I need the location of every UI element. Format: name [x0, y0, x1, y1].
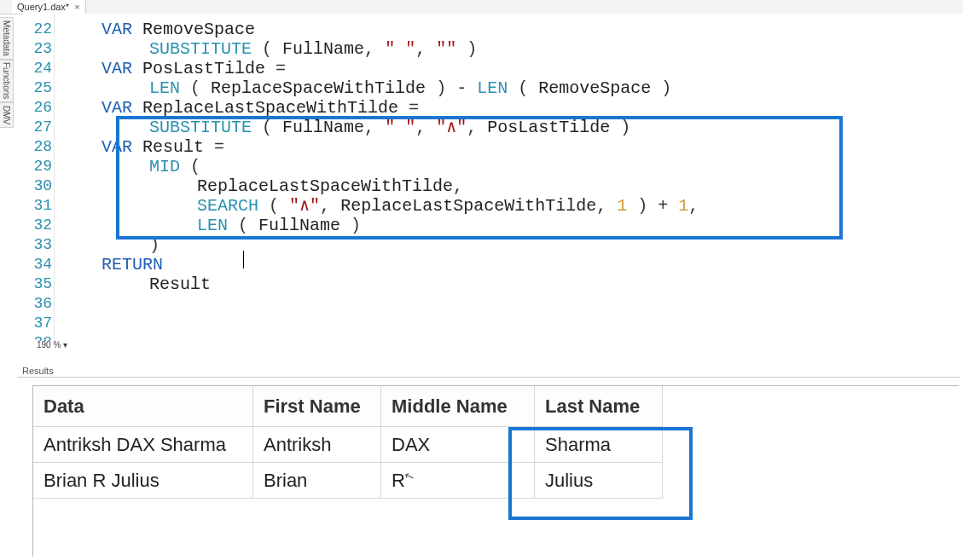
code-line[interactable]: ): [149, 235, 160, 255]
tab-title: Query1.dax*: [17, 2, 69, 12]
table-cell[interactable]: Brian: [253, 463, 381, 499]
results-divider: [17, 377, 960, 378]
line-number: 22: [23, 20, 52, 39]
side-tab-dmv-label: DMV: [2, 106, 11, 124]
side-tab-strip: Metadata Functions DMV: [0, 14, 14, 341]
code-line[interactable]: LEN ( ReplaceSpaceWithTilde ) - LEN ( Re…: [149, 78, 671, 98]
side-tab-functions-label: Functions: [2, 62, 11, 99]
code-area[interactable]: VAR RemoveSpaceSUBSTITUTE ( FullName, " …: [54, 14, 963, 341]
file-tab-query1[interactable]: Query1.dax* ×: [12, 0, 86, 14]
line-number: 24: [23, 59, 52, 78]
table-cell[interactable]: Antriksh: [253, 427, 381, 463]
code-line[interactable]: LEN ( FullName ): [197, 216, 361, 235]
line-number-gutter: 2223242526272829303132333435363738: [23, 14, 55, 341]
column-header-data[interactable]: Data: [33, 386, 253, 427]
column-header-middle-name[interactable]: Middle Name: [381, 386, 535, 427]
code-line[interactable]: VAR ReplaceLastSpaceWithTilde =: [102, 98, 419, 118]
line-number: 26: [23, 98, 52, 118]
code-line[interactable]: SUBSTITUTE ( FullName, " ", "" ): [149, 39, 477, 59]
line-number: 36: [23, 294, 52, 314]
line-number: 27: [23, 118, 52, 137]
zoom-level[interactable]: 190 % ▾: [37, 340, 67, 349]
line-number: 31: [23, 196, 52, 216]
code-line[interactable]: VAR PosLastTilde =: [102, 59, 286, 78]
table-cell[interactable]: R: [381, 463, 535, 499]
side-tab-functions[interactable]: Functions: [0, 60, 14, 102]
side-tab-metadata-label: Metadata: [2, 20, 11, 56]
table-cell[interactable]: DAX: [381, 427, 535, 463]
side-tab-dmv[interactable]: DMV: [0, 102, 14, 128]
column-header-last-name[interactable]: Last Name: [535, 386, 663, 427]
code-line[interactable]: VAR Result =: [102, 137, 224, 157]
results-panel-title: Results: [22, 366, 54, 376]
results-grid[interactable]: Data First Name Middle Name Last Name An…: [32, 385, 959, 557]
line-number: 29: [23, 157, 52, 176]
text-caret: [243, 251, 244, 268]
line-number: 34: [23, 255, 52, 274]
tab-bar: Query1.dax* ×: [0, 0, 963, 14]
table-cell[interactable]: Sharma: [535, 427, 663, 463]
table-cell[interactable]: Brian R Julius: [33, 463, 253, 499]
line-number: 32: [23, 216, 52, 235]
code-line[interactable]: ReplaceLastSpaceWithTilde,: [197, 176, 463, 196]
close-icon[interactable]: ×: [74, 2, 79, 12]
side-tab-metadata[interactable]: Metadata: [0, 17, 14, 60]
table-cell[interactable]: Julius: [535, 463, 663, 499]
editor-status-bar: 190 % ▾: [23, 341, 963, 353]
line-number: 25: [23, 78, 52, 98]
line-number: 37: [23, 314, 52, 333]
line-number: 30: [23, 176, 52, 196]
code-line[interactable]: Result: [149, 274, 211, 294]
line-number: 28: [23, 137, 52, 157]
code-line[interactable]: VAR RemoveSpace: [102, 20, 255, 39]
line-number: 33: [23, 235, 52, 255]
column-header-first-name[interactable]: First Name: [253, 386, 381, 427]
code-line[interactable]: RETURN: [102, 255, 163, 274]
code-line[interactable]: SEARCH ( "∧", ReplaceLastSpaceWithTilde,…: [197, 196, 699, 216]
line-number: 23: [23, 39, 52, 59]
code-line[interactable]: MID (: [149, 157, 200, 176]
table-cell[interactable]: Antriksh DAX Sharma: [33, 427, 253, 463]
code-line[interactable]: SUBSTITUTE ( FullName, " ", "∧", PosLast…: [149, 118, 630, 137]
line-number: 35: [23, 274, 52, 294]
code-editor[interactable]: 2223242526272829303132333435363738 VAR R…: [23, 14, 963, 341]
